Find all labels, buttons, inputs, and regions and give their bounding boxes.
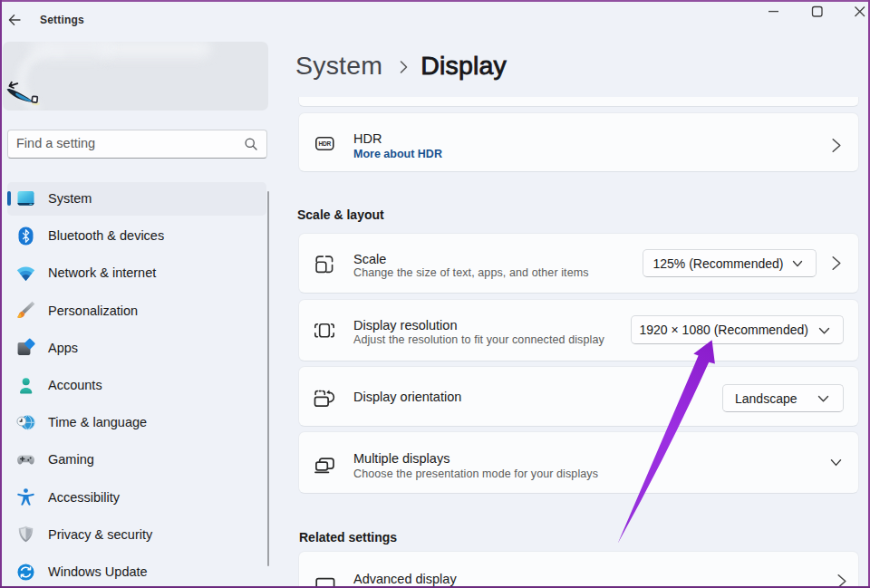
svg-text:HDR: HDR <box>318 140 331 147</box>
